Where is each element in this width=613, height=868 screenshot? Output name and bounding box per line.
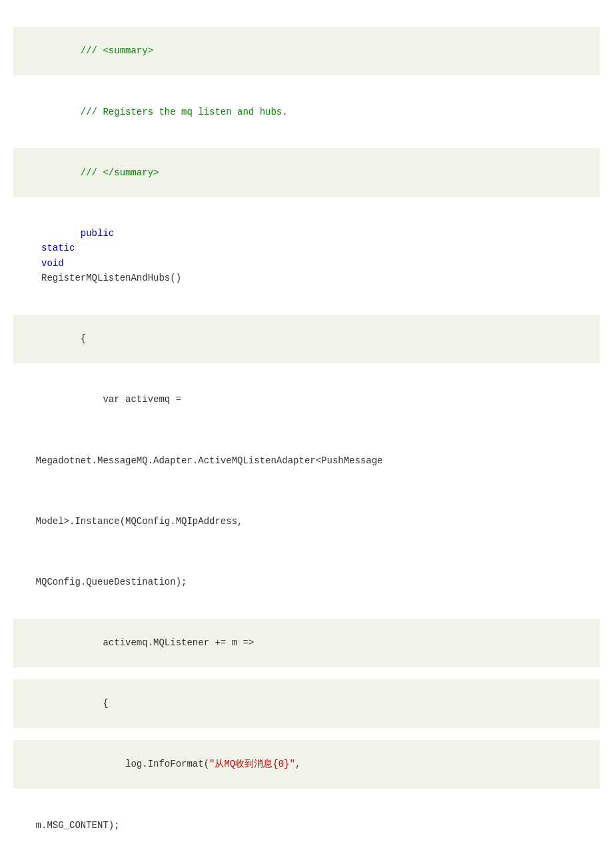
empty-line	[13, 197, 600, 209]
code-line: /// <summary>	[13, 27, 600, 75]
log-infoformat-start: log.InfoFormat(	[36, 759, 209, 769]
empty-line	[13, 363, 600, 375]
code-line: /// Registers the mq listen and hubs.	[13, 87, 600, 136]
method-name: RegisterMQListenAndHubs()	[36, 273, 181, 283]
empty-line	[13, 546, 600, 558]
empty-line	[13, 303, 600, 315]
mq-listener: activemq.MQListener += m =>	[36, 637, 255, 648]
var-declaration: var activemq =	[36, 394, 181, 405]
code-line: log.InfoFormat("从MQ收到消息{0}",	[13, 740, 600, 789]
queue-destination: MQConfig.QueueDestination);	[36, 577, 187, 587]
brace-open: {	[36, 333, 87, 344]
empty-line	[13, 485, 600, 497]
empty-line	[13, 667, 600, 679]
empty-line	[13, 136, 600, 148]
code-line: public static void RegisterMQListenAndHu…	[13, 209, 600, 303]
log-infoformat-end: ,	[295, 759, 301, 769]
model-instance-line: Model>.Instance(MQConfig.MQIpAddress,	[36, 516, 243, 527]
keyword-static: static	[36, 243, 75, 253]
empty-line	[13, 861, 600, 868]
code-line: var activemq =	[13, 375, 600, 424]
log-string: "从MQ收到消息{0}"	[209, 759, 295, 769]
code-line: m.MSG_CONTENT);	[13, 801, 600, 849]
code-block: /// <summary> /// Registers the mq liste…	[0, 27, 613, 868]
keyword-public: public	[36, 228, 115, 239]
code-line: Megadotnet.MessageMQ.Adapter.ActiveMQLis…	[13, 436, 600, 485]
comment-text: /// <summary>	[36, 45, 153, 56]
empty-line	[13, 849, 600, 861]
empty-line	[13, 75, 600, 87]
msg-content: m.MSG_CONTENT);	[36, 820, 120, 831]
empty-line	[13, 789, 600, 801]
code-line: /// </summary>	[13, 148, 600, 197]
code-line: Model>.Instance(MQConfig.MQIpAddress,	[13, 497, 600, 545]
megadotnet-line: Megadotnet.MessageMQ.Adapter.ActiveMQLis…	[36, 455, 383, 466]
code-line: MQConfig.QueueDestination);	[13, 558, 600, 607]
code-line: {	[13, 315, 600, 363]
code-line: activemq.MQListener += m =>	[13, 619, 600, 667]
comment-text: /// </summary>	[36, 167, 159, 178]
inner-brace-open: {	[36, 698, 109, 709]
comment-text: /// Registers the mq listen and hubs.	[36, 107, 288, 117]
keyword-void: void	[36, 258, 64, 269]
code-line: {	[13, 679, 600, 728]
empty-line	[13, 728, 600, 740]
empty-line	[13, 607, 600, 619]
empty-line	[13, 424, 600, 436]
